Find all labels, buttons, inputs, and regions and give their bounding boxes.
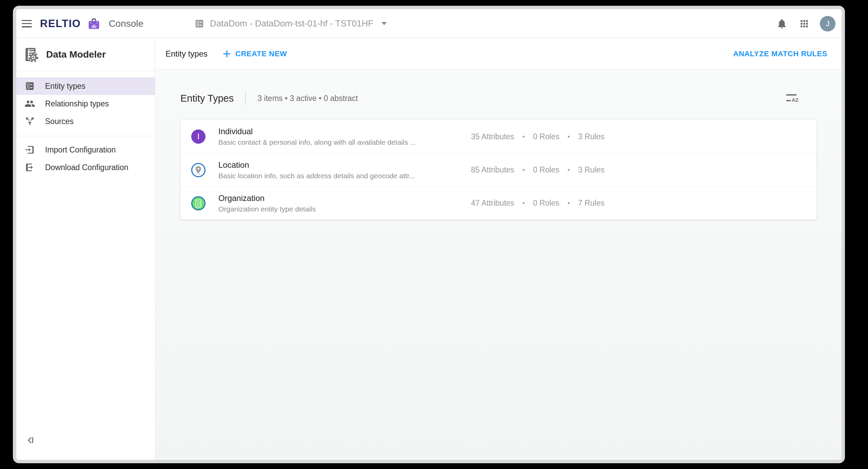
entity-description: Basic contact & personal info, along wit… (218, 138, 416, 146)
location-pin-icon (191, 163, 205, 177)
main-toolbar: Entity types CREATE NEW ANALYZE MATCH RU… (155, 38, 842, 69)
entity-row-location[interactable]: Location Basic location info, such as ad… (180, 153, 816, 186)
reltio-logo[interactable]: RELTIO (40, 18, 81, 30)
sidebar-item-sources[interactable]: Sources (16, 113, 155, 130)
create-new-button[interactable]: CREATE NEW (222, 49, 287, 58)
tenant-selector[interactable]: DataDom - DataDom-tst-01-hf - TST01HF (194, 18, 388, 29)
toolbar-title: Entity types (165, 49, 208, 59)
sidebar-item-label: Download Configuration (45, 163, 129, 172)
analyze-match-rules-button[interactable]: ANALYZE MATCH RULES (733, 49, 827, 58)
rules-count: 3 Rules (578, 165, 605, 175)
chevron-down-icon (381, 22, 388, 26)
body-row: Data Modeler Entity types (16, 38, 842, 460)
sidebar-item-label: Import Configuration (45, 145, 116, 155)
individual-avatar-icon: I (191, 129, 205, 144)
merge-arrows-icon (24, 116, 35, 126)
entity-stats: 47 Attributes • 0 Roles • 7 Rules (471, 199, 605, 208)
sidebar-nav: Entity types Relationship types (16, 71, 155, 176)
sidebar-item-download-configuration[interactable]: Download Configuration (16, 159, 155, 176)
heading-divider (245, 91, 246, 105)
rules-count: 3 Rules (578, 132, 605, 141)
entity-types-card: I Individual Basic contact & personal in… (180, 120, 816, 220)
plus-icon (222, 49, 231, 58)
sidebar-title: Data Modeler (46, 49, 106, 60)
sidebar-item-entity-types[interactable]: Entity types (16, 77, 155, 95)
collapse-sidebar-icon[interactable] (23, 433, 38, 448)
main-area: Entity types CREATE NEW ANALYZE MATCH RU… (155, 38, 842, 460)
entity-name: Organization (218, 193, 316, 203)
attributes-count: 85 Attributes (471, 165, 514, 175)
roles-count: 0 Roles (533, 165, 559, 175)
sidebar-item-label: Entity types (45, 82, 85, 91)
entity-types-icon (24, 81, 35, 91)
import-icon (24, 145, 35, 155)
page-title: Entity Types (180, 93, 234, 104)
entity-description: Basic location info, such as address det… (218, 172, 415, 180)
sidebar-item-label: Relationship types (45, 99, 109, 108)
attributes-count: 35 Attributes (471, 132, 514, 141)
entity-description: Organization entity type details (218, 205, 316, 213)
entity-name: Individual (218, 127, 416, 136)
organization-building-icon (191, 196, 205, 210)
sidebar-item-relationship-types[interactable]: Relationship types (16, 95, 155, 113)
toolbox-icon (87, 17, 100, 30)
entity-stats: 85 Attributes • 0 Roles • 3 Rules (471, 165, 605, 175)
sidebar-item-label: Sources (45, 117, 74, 126)
sidebar-header: Data Modeler (16, 38, 155, 71)
console-app-name: Console (108, 18, 143, 29)
sidebar: Data Modeler Entity types (16, 38, 155, 460)
create-new-label: CREATE NEW (235, 49, 287, 58)
sidebar-divider (16, 136, 155, 136)
heading-row: Entity Types 3 items • 3 active • 0 abst… (180, 90, 816, 106)
people-icon (24, 98, 35, 109)
export-icon (24, 162, 35, 172)
attributes-count: 47 Attributes (471, 199, 514, 208)
sort-alphabetical-icon[interactable]: AZ (786, 91, 802, 105)
hamburger-menu-icon[interactable] (22, 20, 32, 27)
roles-count: 0 Roles (533, 199, 559, 208)
user-avatar[interactable]: J (820, 16, 835, 32)
entity-row-organization[interactable]: Organization Organization entity type de… (180, 186, 816, 220)
header-right: J (774, 16, 835, 32)
content-area: Entity Types 3 items • 3 active • 0 abst… (155, 69, 842, 460)
app-window: RELTIO Console DataDom - DataDom-tst-01-… (13, 6, 845, 463)
roles-count: 0 Roles (533, 132, 559, 141)
data-modeler-icon (22, 46, 39, 63)
entity-row-individual[interactable]: I Individual Basic contact & personal in… (180, 120, 816, 153)
entity-stats: 35 Attributes • 0 Roles • 3 Rules (471, 132, 605, 141)
sidebar-item-import-configuration[interactable]: Import Configuration (16, 141, 155, 159)
notifications-bell-icon[interactable] (774, 16, 789, 31)
tenant-name: DataDom - DataDom-tst-01-hf - TST01HF (210, 18, 373, 29)
app-header: RELTIO Console DataDom - DataDom-tst-01-… (16, 9, 842, 38)
items-summary: 3 items • 3 active • 0 abstract (257, 94, 358, 103)
apps-grid-icon[interactable] (797, 16, 812, 31)
entity-name: Location (218, 160, 415, 170)
rules-count: 7 Rules (578, 199, 605, 208)
ballot-icon (194, 19, 204, 29)
